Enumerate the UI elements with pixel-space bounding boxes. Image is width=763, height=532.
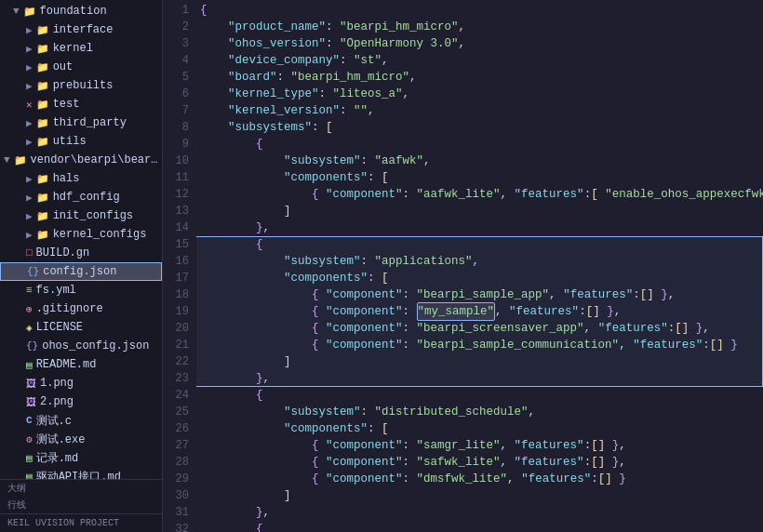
- sidebar-item-config-json[interactable]: {} config.json: [0, 262, 162, 281]
- sidebar-item-gitignore[interactable]: ⊕ .gitignore: [0, 299, 162, 318]
- folder-icon: 📁: [36, 210, 49, 222]
- code-line-3: "ohos_version": "OpenHarmony 3.0",: [200, 35, 763, 52]
- sidebar-item-readme[interactable]: ▤ README.md: [0, 355, 162, 374]
- chevron-right-icon: ▶: [26, 229, 33, 241]
- chevron-down-icon: ▼: [4, 154, 10, 166]
- sidebar-item-label: 2.png: [40, 395, 74, 408]
- sidebar-item-build-gn[interactable]: □ BUILD.gn: [0, 244, 162, 262]
- sidebar-item-label: utils: [53, 135, 87, 148]
- folder-open-icon: 📁: [23, 6, 36, 18]
- folder-icon: 📁: [36, 24, 49, 36]
- sidebar-item-label: ohos_config.json: [42, 339, 149, 352]
- code-line-13: ]: [200, 203, 763, 219]
- chevron-right-icon: ▶: [26, 24, 33, 36]
- sidebar-item-hals[interactable]: ▶ 📁 hals: [0, 169, 162, 188]
- sidebar-item-label: hdf_config: [53, 191, 120, 204]
- sidebar-item-label: README.md: [36, 358, 97, 371]
- code-line-18: { "component": "bearpi_sample_app", "fea…: [200, 286, 763, 303]
- code-line-19: { "component": "my_sample", "features":[…: [200, 303, 763, 320]
- file-md3-icon: ▤: [26, 471, 33, 480]
- sidebar-item-test-c[interactable]: C 测试.c: [0, 411, 162, 430]
- sidebar-item-test[interactable]: ✕ 📁 test: [0, 95, 162, 113]
- code-line-9: {: [200, 136, 763, 153]
- file-json-icon: {}: [27, 266, 39, 277]
- sidebar-item-label: LICENSE: [36, 321, 83, 334]
- sidebar-item-license[interactable]: ◈ LICENSE: [0, 318, 162, 337]
- code-line-1: {: [200, 2, 763, 19]
- sidebar-item-label: 1.png: [40, 377, 74, 390]
- code-line-21: { "component": "bearpi_sample_communicat…: [200, 337, 763, 353]
- sidebar-item-prebuilts[interactable]: ▶ 📁 prebuilts: [0, 76, 162, 95]
- sidebar-item-img2[interactable]: 🖼 2.png: [0, 392, 162, 411]
- file-md-icon: ▤: [26, 359, 33, 371]
- code-line-26: "components": [: [200, 420, 763, 437]
- sidebar-item-label: foundation: [40, 5, 107, 18]
- folder-icon: 📁: [36, 192, 49, 204]
- sidebar-section2: 行线: [0, 497, 162, 513]
- sidebar-item-interface[interactable]: ▶ 📁 interface: [0, 20, 162, 39]
- sidebar-item-label: 测试.c: [36, 413, 72, 429]
- folder-icon: 📁: [36, 136, 49, 148]
- chevron-right-icon: ▶: [26, 61, 33, 73]
- code-line-28: { "component": "safwk_lite", "features":…: [200, 454, 763, 471]
- file-md2-icon: ▤: [26, 452, 33, 464]
- file-exe-icon: ⚙: [26, 433, 33, 446]
- sidebar-item-vendor[interactable]: ▼ 📁 vendor\bearpi\bearpi_...: [0, 151, 162, 169]
- sidebar-item-label: config.json: [43, 265, 116, 278]
- line-numbers: 12345 678910 1112131415 1617181920 21222…: [163, 0, 196, 532]
- code-line-32: {: [200, 521, 763, 532]
- sidebar-item-hdf-config[interactable]: ▶ 📁 hdf_config: [0, 188, 162, 206]
- file-c-icon: C: [26, 415, 33, 426]
- sidebar-item-label: out: [53, 60, 74, 73]
- sidebar-item-out[interactable]: ▶ 📁 out: [0, 58, 162, 76]
- folder-icon: 📁: [36, 173, 49, 185]
- sidebar-item-kernel[interactable]: ▶ 📁 kernel: [0, 39, 162, 58]
- sidebar-item-label: init_configs: [53, 209, 133, 222]
- folder-icon: 📁: [36, 43, 49, 55]
- code-line-30: ]: [200, 487, 763, 504]
- code-line-2: "product_name": "bearpi_hm_micro",: [200, 19, 763, 35]
- file-img1-icon: 🖼: [26, 378, 36, 390]
- sidebar-item-foundation[interactable]: ▼ 📁 foundation: [0, 2, 162, 20]
- code-line-17: "components": [: [200, 270, 763, 286]
- editor-content[interactable]: 12345 678910 1112131415 1617181920 21222…: [163, 0, 763, 532]
- sidebar-item-driver-api[interactable]: ▤ 驱动API接口.md: [0, 467, 162, 479]
- code-content[interactable]: { "product_name": "bearpi_hm_micro", "oh…: [196, 0, 763, 532]
- chevron-right-icon: ▶: [26, 173, 33, 185]
- sidebar-item-ohos-config-json[interactable]: {} ohos_config.json: [0, 337, 162, 355]
- sidebar-item-third-party[interactable]: ▶ 📁 third_party: [0, 113, 162, 132]
- sidebar-item-log-md[interactable]: ▤ 记录.md: [0, 448, 162, 467]
- sidebar-item-img1[interactable]: 🖼 1.png: [0, 374, 162, 392]
- code-line-10: "subsystem": "aafwk",: [200, 153, 763, 169]
- code-line-22: ]: [200, 353, 763, 370]
- editor-panel: 12345 678910 1112131415 1617181920 21222…: [163, 0, 763, 532]
- sidebar-section1: 大纲: [0, 479, 162, 497]
- sidebar-item-test-exe[interactable]: ⚙ 测试.exe: [0, 430, 162, 448]
- sidebar: ▼ 📁 foundation ▶ 📁 interface ▶ 📁 kernel …: [0, 0, 163, 532]
- code-line-7: "kernel_version": "",: [200, 102, 763, 119]
- sidebar-file-tree[interactable]: ▼ 📁 foundation ▶ 📁 interface ▶ 📁 kernel …: [0, 0, 162, 479]
- chevron-down-icon: ▼: [13, 6, 20, 17]
- git-icon: ⊕: [26, 303, 33, 315]
- warning-icon: ✕: [26, 99, 33, 111]
- code-line-16: "subsystem": "applications",: [200, 253, 763, 270]
- sidebar-item-utils[interactable]: ▶ 📁 utils: [0, 132, 162, 151]
- sidebar-item-fs-yml[interactable]: ≡ fs.yml: [0, 281, 162, 299]
- sidebar-item-label: vendor\bearpi\bearpi_...: [31, 153, 158, 166]
- chevron-right-icon: ▶: [26, 80, 33, 92]
- sidebar-item-label: kernel: [53, 42, 93, 55]
- code-line-24: {: [200, 387, 763, 404]
- code-line-14: },: [200, 219, 763, 236]
- code-line-31: },: [200, 504, 763, 521]
- sidebar-item-label: hals: [53, 172, 80, 185]
- code-line-20: { "component": "bearpi_screensaver_app",…: [200, 320, 763, 337]
- sidebar-item-init-configs[interactable]: ▶ 📁 init_configs: [0, 206, 162, 225]
- code-line-15: {: [200, 236, 763, 253]
- chevron-right-icon: ▶: [26, 192, 33, 204]
- folder-icon: 📁: [36, 99, 49, 111]
- code-line-25: "subsystem": "distributed_schedule",: [200, 404, 763, 420]
- sidebar-item-label: third_party: [53, 116, 127, 129]
- code-line-6: "kernel_type": "liteos_a",: [200, 86, 763, 102]
- sidebar-item-label: 记录.md: [36, 450, 79, 466]
- sidebar-item-kernel-configs[interactable]: ▶ 📁 kernel_configs: [0, 225, 162, 244]
